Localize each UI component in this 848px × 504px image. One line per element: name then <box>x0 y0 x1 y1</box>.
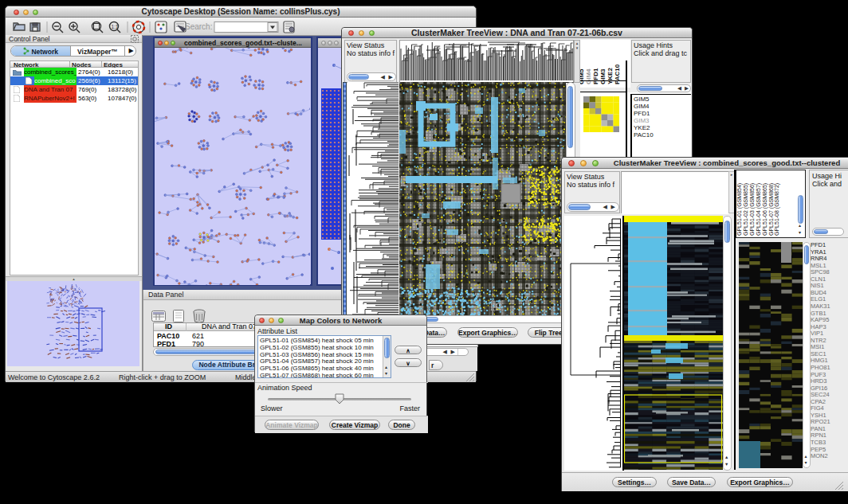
svg-text:GIM3: GIM3 <box>599 68 607 84</box>
svg-text:GPL51-02 (GSM855): GPL51-02 (GSM855) <box>743 183 749 236</box>
svg-text:PFD1: PFD1 <box>592 68 599 84</box>
svg-text:GPL51-08 (GSM872): GPL51-08 (GSM872) <box>774 183 780 236</box>
svg-text:GIM4: GIM4 <box>585 68 592 84</box>
svg-text:GPL51-07 (GSM868): GPL51-07 (GSM868) <box>768 183 775 236</box>
svg-text:PAC10: PAC10 <box>614 64 621 84</box>
svg-text:GPL51-04 (GSM857): GPL51-04 (GSM857) <box>756 183 762 236</box>
svg-text:GPL51-03 (GSM856): GPL51-03 (GSM856) <box>749 183 756 236</box>
svg-text:GPL51-06 (GSM865): GPL51-06 (GSM865) <box>762 183 768 236</box>
svg-text:YKE2: YKE2 <box>607 68 614 84</box>
svg-text:Search:: Search: <box>185 22 212 31</box>
svg-text:GPL51-01 (GSM854): GPL51-01 (GSM854) <box>736 183 743 236</box>
svg-text:1:1: 1:1 <box>112 24 119 29</box>
